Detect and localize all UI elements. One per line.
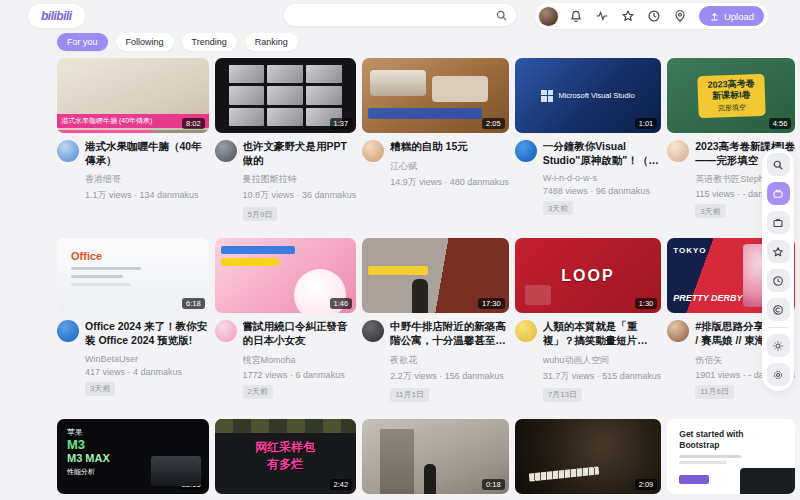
user-avatar[interactable]: [539, 7, 558, 26]
video-thumbnail[interactable]: 苹果 M3 M3 MAX 性能分析 22:55: [57, 419, 209, 494]
thumb-caption: LOOP: [561, 267, 614, 285]
dynamics-button[interactable]: [595, 9, 610, 24]
date-badge: 3天前: [695, 204, 725, 218]
video-title[interactable]: 中野牛排店附近的新築高階公寓，十分温馨甚至九分乾淨: [390, 320, 509, 347]
toolbar-search-button[interactable]: [767, 153, 790, 176]
notifications-button[interactable]: [569, 9, 584, 24]
video-stats: 1772 views · 6 danmakus: [243, 370, 357, 380]
video-thumbnail[interactable]: LOOP 1:30: [515, 238, 662, 313]
uploader-avatar[interactable]: [215, 320, 237, 342]
toolbar-channels-button[interactable]: [767, 211, 790, 234]
favorites-button[interactable]: [621, 9, 636, 24]
uploader-avatar[interactable]: [57, 140, 79, 162]
sun-icon: [772, 340, 784, 352]
video-thumbnail[interactable]: 2:09: [515, 419, 662, 494]
toolbar-theme-button[interactable]: [767, 334, 790, 357]
duration-badge: 1:30: [635, 298, 658, 309]
thumb-text-line: [679, 455, 741, 458]
video-stats: 14.9万 views · 480 danmakus: [390, 176, 509, 189]
uploader-name[interactable]: 曼拉图斯拉特: [243, 173, 357, 186]
video-card: Microsoft Visual Studio 1:01 一分鐘教你Visual…: [515, 58, 662, 221]
video-thumbnail[interactable]: 1:46: [215, 238, 357, 313]
toolbar-history-button[interactable]: [767, 269, 790, 292]
toolbar-creative-button[interactable]: [767, 298, 790, 321]
history-button[interactable]: [647, 9, 662, 24]
video-thumbnail[interactable]: 2023高考卷 新课标I卷 完形填空 4:56: [667, 58, 795, 133]
video-stats: 1.1万 views · 134 danmakus: [85, 189, 209, 202]
upload-button[interactable]: Upload: [699, 6, 764, 26]
thumb-text: TOKYO: [673, 246, 706, 255]
thumb-caption-strip: [368, 266, 428, 275]
date-badge: 11月1日: [390, 388, 429, 402]
video-card: 港式水果咖喱牛腩 (40年傳承) 8:02 港式水果咖喱牛腩（40年傳承） 香港…: [57, 58, 209, 221]
uploader-avatar[interactable]: [362, 140, 384, 162]
uploader-name[interactable]: wuhu动画人空间: [543, 354, 662, 367]
uploader-name[interactable]: W-i-n-d-o-w-s: [543, 173, 662, 183]
duration-badge: 1:46: [330, 298, 353, 309]
site-logo-text: bilibili: [41, 9, 72, 23]
video-thumbnail[interactable]: 17:30: [362, 238, 509, 313]
thumb-caption: Office: [71, 250, 102, 262]
uploader-name[interactable]: 夜欲花: [390, 354, 509, 367]
side-toolbar: [762, 148, 794, 391]
video-title[interactable]: 一分鐘教你Visual Studio"原神啟動"！（適用於Blend）: [543, 140, 662, 167]
feed-tabs: For you Following Trending Ranking: [57, 33, 298, 51]
video-title[interactable]: 港式水果咖喱牛腩（40年傳承）: [85, 140, 209, 167]
video-grid: 港式水果咖喱牛腩 (40年傳承) 8:02 港式水果咖喱牛腩（40年傳承） 香港…: [57, 58, 739, 500]
toolbar-settings-button[interactable]: [767, 363, 790, 386]
video-thumbnail[interactable]: Get started with Bootstrap 6:14: [667, 419, 795, 494]
toolbar-home-button[interactable]: [767, 182, 790, 205]
video-stats: 10.8万 views · 36 danmakus: [243, 189, 357, 202]
video-title[interactable]: 人類的本質就是「重複」？搞笑動畫短片《LOOP》: [543, 320, 662, 347]
search-icon[interactable]: [495, 9, 508, 22]
thumb-text-line: [71, 267, 141, 270]
video-title[interactable]: Office 2024 来了！教你安装 Office 2024 预览版!: [85, 320, 209, 347]
video-card: Office 6:18 Office 2024 来了！教你安装 Office 2…: [57, 238, 209, 401]
video-thumbnail[interactable]: 0:18: [362, 419, 509, 494]
date-badge: 11月6日: [695, 385, 734, 399]
video-thumbnail[interactable]: 2:05: [362, 58, 509, 133]
tab-label: Ranking: [255, 37, 288, 47]
search-input[interactable]: [292, 4, 495, 26]
video-card: 2:09 Faye's theme Venser凡瑟 777 views · -…: [515, 419, 662, 500]
upload-label: Upload: [724, 11, 754, 22]
video-thumbnail[interactable]: 网红采样包 有多烂 2:42: [215, 419, 357, 494]
video-thumbnail[interactable]: 港式水果咖喱牛腩 (40年傳承) 8:02: [57, 58, 209, 133]
video-title[interactable]: 嘗試用繞口令糾正發音的日本小女友: [243, 320, 357, 347]
video-stats: 2.2万 views · 156 danmakus: [390, 370, 509, 383]
clock-icon: [772, 275, 784, 287]
clock-icon: [647, 9, 661, 23]
video-card: 17:30 中野牛排店附近的新築高階公寓，十分温馨甚至九分乾淨 夜欲花 2.2万…: [362, 238, 509, 401]
uploader-avatar[interactable]: [215, 140, 237, 162]
tab-for-you[interactable]: For you: [57, 33, 108, 51]
thumb-text: 完形填空: [708, 101, 755, 113]
video-card: 1:37 也许文豪野犬是用PPT做的 曼拉图斯拉特 10.8万 views · …: [215, 58, 357, 221]
uploader-name[interactable]: 江心赋: [390, 160, 509, 173]
toolbar-favorites-button[interactable]: [767, 240, 790, 263]
uploader-avatar[interactable]: [515, 140, 537, 162]
video-thumbnail[interactable]: Office 6:18: [57, 238, 209, 313]
uploader-name[interactable]: 桃宮Momoha: [243, 354, 357, 367]
video-thumbnail[interactable]: 1:37: [215, 58, 357, 133]
uploader-avatar[interactable]: [362, 320, 384, 342]
uploader-name[interactable]: 香港细哥: [85, 173, 209, 186]
toolbar-divider: [768, 327, 788, 328]
tab-following[interactable]: Following: [116, 33, 174, 51]
tab-trending[interactable]: Trending: [182, 33, 237, 51]
uploader-avatar[interactable]: [667, 140, 689, 162]
thumb-text-strip: [221, 258, 279, 266]
uploader-avatar[interactable]: [667, 320, 689, 342]
site-logo[interactable]: bilibili: [28, 4, 85, 28]
uploader-avatar[interactable]: [57, 320, 79, 342]
video-title[interactable]: 也许文豪野犬是用PPT做的: [243, 140, 357, 167]
thumb-text: 性能分析: [67, 467, 209, 477]
video-thumbnail[interactable]: Microsoft Visual Studio 1:01: [515, 58, 662, 133]
star-icon: [621, 9, 635, 23]
uploader-avatar[interactable]: [515, 320, 537, 342]
video-stats: 417 views · 4 danmakus: [85, 367, 209, 377]
video-title[interactable]: 糟糕的自助 15元: [390, 140, 509, 154]
uploader-name[interactable]: WinBetaUser: [85, 354, 209, 364]
tab-ranking[interactable]: Ranking: [245, 33, 298, 51]
search-bar[interactable]: [284, 4, 516, 26]
creator-button[interactable]: [673, 9, 688, 24]
